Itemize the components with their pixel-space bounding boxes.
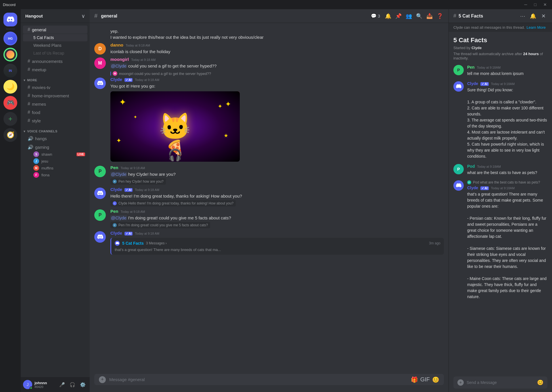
thread-username-clyde2: Clyde	[467, 186, 478, 190]
thread-more-button[interactable]: ⋯	[519, 12, 527, 20]
avatar[interactable]: J	[23, 380, 32, 389]
thread-username-pod: Pod	[467, 164, 475, 169]
gif-icon[interactable]: GIF	[420, 376, 430, 383]
reply-preview-pen1: P Pen hey Clyde! how are you?	[110, 178, 166, 185]
reply-preview-clyde1: M moongirl could you send a gif to get t…	[90, 71, 448, 76]
archive-time: 24 hours	[523, 52, 539, 56]
thread-msg-content-clyde2: P Pod what are the best cats to have as …	[467, 180, 547, 300]
server-header[interactable]: Hangout ∨	[21, 9, 90, 23]
channel-item-meetup[interactable]: # meetup	[23, 65, 87, 74]
channel-item-weekend[interactable]: Weekend Plans	[23, 42, 87, 49]
username-clyde2: Clyde	[110, 187, 122, 192]
settings-button[interactable]: ⚙️	[78, 380, 87, 389]
message-text-clyde1: You got it! Here you go:	[110, 83, 444, 89]
channel-item-cat-facts[interactable]: 5 Cat Facts	[23, 34, 87, 41]
thread-big-title: 5 Cat Facts	[453, 36, 547, 44]
voice-name-hangs: hangs	[35, 136, 47, 141]
avatar-clyde2	[94, 188, 106, 199]
server-icon-3[interactable]: IN	[3, 64, 17, 78]
hash-icon-memes: #	[28, 101, 30, 107]
reply-icon-pen2: P	[113, 223, 117, 227]
timestamp-clyde3: Today at 9:18 AM	[135, 232, 159, 235]
thread-avatar-clyde1	[453, 81, 464, 92]
thread-count: 3	[378, 14, 380, 18]
app-layout: HG IN 🌙 🎮 + 🧭 Hangout ∨ #	[0, 9, 552, 392]
add-attachment-button[interactable]: +	[99, 376, 106, 383]
deafen-button[interactable]: 🎧	[68, 380, 77, 389]
thread-started-by: Started by Clyde	[453, 46, 547, 50]
voice-user-shawn[interactable]: S shawn LIVE	[28, 151, 85, 158]
user-tag: #0420	[34, 385, 55, 389]
threads-button[interactable]: 💬 3	[369, 12, 382, 20]
thread-bell-button[interactable]: 🔔	[529, 12, 537, 20]
channel-item-home-improvement[interactable]: # home-improvement	[23, 92, 87, 100]
voice-user-muffins[interactable]: M muffins	[28, 165, 85, 171]
username-pen2: Pen	[110, 209, 118, 214]
channel-item-memes[interactable]: # memes	[23, 100, 87, 108]
server-icon-4[interactable]: 🌙	[3, 80, 17, 94]
thread-message-pod: P Pod Today at 9:18AM what are the best …	[453, 164, 547, 176]
gift-icon[interactable]: 🎁	[411, 376, 418, 383]
mute-button[interactable]: 🎤	[57, 380, 67, 389]
channel-header: # general 💬 3 🔔 📌 👥 🔍 📥 ❓	[90, 9, 448, 23]
learn-more-link[interactable]: Learn More	[527, 25, 546, 30]
thread-message-input[interactable]	[467, 380, 534, 385]
channel-item-general[interactable]: # general	[23, 26, 87, 34]
category-more[interactable]: ▼ MORE	[21, 74, 90, 83]
mention-clyde-pen1[interactable]: @Clyde	[110, 172, 127, 177]
server-icon-1[interactable]: HG	[3, 32, 17, 45]
voice-channel-gaming[interactable]: 🔊 gaming S shawn LIVE J jesu M muffins	[23, 143, 87, 179]
voice-user-jesu[interactable]: J jesu	[28, 158, 85, 165]
emoji-icon[interactable]: 😊	[432, 376, 439, 383]
thread-time-label: 3m ago	[429, 241, 440, 245]
search-icon[interactable]: 🔍	[415, 12, 423, 20]
thread-header-actions: ⋯ 🔔 ✕	[519, 12, 547, 20]
clyde-logo-2	[97, 191, 103, 196]
thread-timestamp-clyde2: Today at 9:18AM	[491, 186, 515, 190]
mention-clyde[interactable]: @Clyde	[110, 63, 127, 68]
message-group-clyde2: Clyde ✓ AI Today at 9:18 AM Hello there!…	[90, 186, 448, 207]
thread-reply-avatar: P	[467, 180, 471, 184]
channel-item-movies-tv[interactable]: # movies-tv	[23, 83, 87, 91]
inbox-icon[interactable]: 📥	[425, 12, 434, 20]
thread-msg-header-clyde2: Clyde ✓ AI Today at 9:18AM	[467, 186, 547, 190]
discord-home-button[interactable]	[3, 13, 17, 26]
thread-close-button[interactable]: ✕	[539, 12, 547, 20]
maximize-button[interactable]: □	[532, 2, 539, 7]
channel-item-announcements[interactable]: # announcements	[23, 57, 87, 65]
server-icon-2[interactable]	[3, 48, 17, 61]
mention-clyde-pen2[interactable]: @Clyde	[110, 215, 127, 220]
voice-user-name-muffins: muffins	[41, 166, 53, 170]
voice-user-fiona[interactable]: F fiona	[28, 171, 85, 178]
category-voice[interactable]: ▼ VOICE CHANNELS	[21, 125, 90, 134]
message-group-clyde3: Clyde ✓ AI Today at 9:18 AM 5 Cat	[90, 230, 448, 255]
thread-preview-cat-facts[interactable]: 5 Cat Facts 3 Messages › 3m ago that's a…	[110, 238, 444, 255]
channel-name-meetup: meetup	[32, 67, 46, 72]
channel-item-food[interactable]: # food	[23, 108, 87, 116]
channel-list: # general 5 Cat Facts Weekend Plans Last…	[21, 23, 90, 377]
message-text-clyde2: Hello there! I'm doing great today, than…	[110, 193, 444, 199]
thread-emoji-icon[interactable]: 😊	[537, 379, 543, 386]
ai-badge-clyde1: ✓ AI	[124, 78, 133, 82]
thread-add-button[interactable]: +	[457, 379, 464, 386]
category-label-more: MORE	[27, 78, 37, 82]
close-button[interactable]: ✕	[541, 2, 549, 7]
message-input[interactable]	[109, 374, 407, 385]
members-icon[interactable]: 👥	[405, 12, 413, 20]
message-content-pen2: Pen Today at 9:18 AM @Clyde I'm doing gr…	[110, 209, 444, 228]
channel-item-last-of-us[interactable]: Last of Us Recap	[23, 49, 87, 57]
explore-servers-button[interactable]: 🧭	[3, 128, 17, 142]
thread-clyde-svg1	[456, 84, 461, 89]
server-icon-5[interactable]: 🎮	[3, 96, 17, 110]
minimize-button[interactable]: ─	[522, 2, 530, 7]
voice-channel-hangs[interactable]: 🔊 hangs	[23, 134, 87, 143]
thread-hash-icon: #	[453, 13, 456, 19]
help-icon[interactable]: ❓	[436, 12, 444, 20]
channel-item-style[interactable]: # style	[23, 117, 87, 125]
pin-icon[interactable]: 📌	[394, 12, 402, 20]
add-server-button[interactable]: +	[3, 112, 17, 126]
notification-bell-icon[interactable]: 🔔	[384, 12, 392, 20]
message-group-pen1: P Pen Today at 9:18 AM @Clyde hey Clyde!…	[90, 165, 448, 185]
thread-msg-content-clyde1: Clyde ✓ AI Today at 9:18AM Sure thing! D…	[467, 81, 547, 159]
avatar-pen2: P	[94, 209, 106, 221]
